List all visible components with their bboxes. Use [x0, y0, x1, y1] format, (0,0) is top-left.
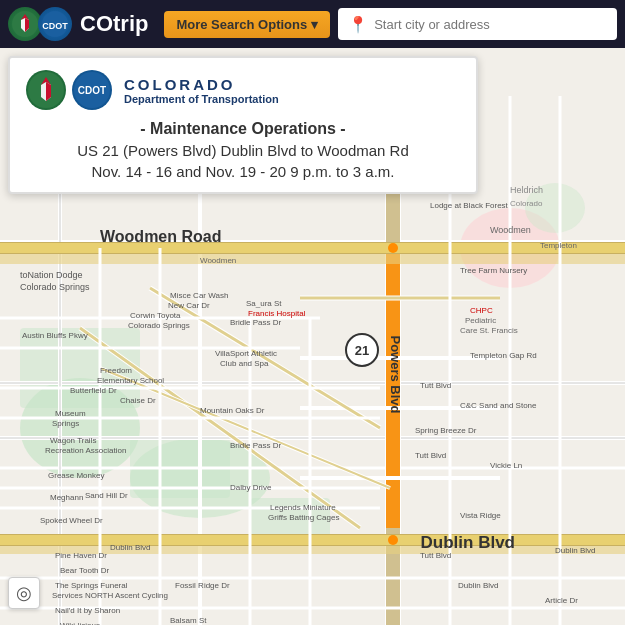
svg-text:Dublin Blvd: Dublin Blvd — [458, 581, 498, 590]
svg-text:Lodge at Black Forest: Lodge at Black Forest — [430, 201, 509, 210]
logo-area: CDOT COtrip — [8, 7, 148, 41]
svg-text:Grease Monkey: Grease Monkey — [48, 471, 104, 480]
svg-text:Misce Car Wash: Misce Car Wash — [170, 291, 228, 300]
svg-text:Wagon Trails: Wagon Trails — [50, 436, 96, 445]
svg-text:Austin Bluffs Pkwy: Austin Bluffs Pkwy — [22, 331, 88, 340]
cdot-text: COLORADO Department of Transportation — [124, 76, 279, 105]
svg-text:Tutt Blvd: Tutt Blvd — [420, 381, 451, 390]
svg-text:VillaSport Athletic: VillaSport Athletic — [215, 349, 277, 358]
svg-text:Vickie Ln: Vickie Ln — [490, 461, 522, 470]
dublin-blvd-label: Dublin Blvd — [421, 533, 515, 553]
maintenance-road: US 21 (Powers Blvd) Dublin Blvd to Woodm… — [26, 142, 460, 159]
svg-text:CDOT: CDOT — [78, 85, 106, 96]
svg-text:Recreation Association: Recreation Association — [45, 446, 126, 455]
svg-text:toNation Dodge: toNation Dodge — [20, 270, 83, 280]
svg-text:Spoked Wheel Dr: Spoked Wheel Dr — [40, 516, 103, 525]
search-options-button[interactable]: More Search Options ▾ — [164, 11, 330, 38]
dropdown-arrow-icon: ▾ — [311, 17, 318, 32]
svg-text:Bridle Pass Dr: Bridle Pass Dr — [230, 318, 281, 327]
svg-text:Templeton: Templeton — [540, 241, 577, 250]
svg-text:C&C Sand and Stone: C&C Sand and Stone — [460, 401, 537, 410]
svg-text:Vista Ridge: Vista Ridge — [460, 511, 501, 520]
info-panel-header: CDOT COLORADO Department of Transportati… — [26, 70, 460, 110]
svg-text:CDOT: CDOT — [42, 21, 68, 31]
svg-text:Spring Breeze Dr: Spring Breeze Dr — [415, 426, 477, 435]
highway-number: 21 — [355, 343, 369, 358]
svg-text:Griffs Batting Cages: Griffs Batting Cages — [268, 513, 339, 522]
svg-text:Templeton Gap Rd: Templeton Gap Rd — [470, 351, 537, 360]
svg-text:Butterfield Dr: Butterfield Dr — [70, 386, 117, 395]
location-pin-icon: 📍 — [348, 15, 368, 34]
map-container: Woodmen Woodmen toNation Dodge Colorado … — [0, 48, 625, 625]
svg-point-118 — [388, 243, 398, 253]
svg-text:Legends Miniature: Legends Miniature — [270, 503, 336, 512]
svg-text:Mountain Oaks Dr: Mountain Oaks Dr — [200, 406, 265, 415]
svg-text:Services NORTH Ascent Cycling: Services NORTH Ascent Cycling — [52, 591, 168, 600]
locate-icon: ◎ — [16, 582, 32, 604]
svg-text:Bear Tooth Dr: Bear Tooth Dr — [60, 566, 110, 575]
svg-text:Colorado Springs: Colorado Springs — [128, 321, 190, 330]
maintenance-title: - Maintenance Operations - — [26, 120, 460, 138]
app-header: CDOT COtrip More Search Options ▾ 📍 ▶ Dr… — [0, 0, 625, 48]
svg-text:Nail'd It by Sharon: Nail'd It by Sharon — [55, 606, 120, 615]
cdot-logo: CDOT — [26, 70, 112, 110]
cdot-subtitle: Department of Transportation — [124, 93, 279, 105]
info-panel: CDOT COLORADO Department of Transportati… — [8, 56, 478, 194]
svg-text:The Springs Funeral: The Springs Funeral — [55, 581, 128, 590]
svg-text:Woodmen: Woodmen — [200, 256, 236, 265]
svg-text:Corwin Toyota: Corwin Toyota — [130, 311, 181, 320]
cdot-logo-green — [26, 70, 66, 110]
info-panel-body: - Maintenance Operations - US 21 (Powers… — [26, 120, 460, 180]
svg-text:Sa_ura St: Sa_ura St — [246, 299, 282, 308]
svg-text:Tutt Blvd: Tutt Blvd — [415, 451, 446, 460]
svg-text:Colorado: Colorado — [510, 199, 543, 208]
logo-circle-green — [8, 7, 42, 41]
maintenance-dates: Nov. 14 - 16 and Nov. 19 - 20 9 p.m. to … — [26, 163, 460, 180]
svg-text:Springs: Springs — [52, 419, 79, 428]
site-title: COtrip — [80, 11, 148, 37]
locate-button[interactable]: ◎ — [8, 577, 40, 609]
svg-text:Woodmen: Woodmen — [490, 225, 531, 235]
svg-point-119 — [388, 535, 398, 545]
svg-text:Article Dr: Article Dr — [545, 596, 578, 605]
svg-text:Care St. Francis: Care St. Francis — [460, 326, 518, 335]
svg-text:Bridle Pass Dr: Bridle Pass Dr — [230, 441, 281, 450]
svg-text:Francis Hospital: Francis Hospital — [248, 309, 306, 318]
cdot-name: COLORADO — [124, 76, 279, 93]
svg-text:Dublin Blvd: Dublin Blvd — [110, 543, 150, 552]
drive-button[interactable]: ▶ Driv... — [574, 8, 617, 22]
svg-text:Wiki-licious: Wiki-licious — [60, 621, 100, 625]
svg-text:Heldrich: Heldrich — [510, 185, 543, 195]
svg-text:Sand Hill Dr: Sand Hill Dr — [85, 491, 128, 500]
svg-text:Museum: Museum — [55, 409, 86, 418]
svg-text:Colorado Springs: Colorado Springs — [20, 282, 90, 292]
svg-text:Elementary School: Elementary School — [97, 376, 164, 385]
svg-text:Club and Spa: Club and Spa — [220, 359, 269, 368]
svg-text:New Car Dr: New Car Dr — [168, 301, 210, 310]
cdot-logo-blue: CDOT — [72, 70, 112, 110]
powers-blvd-label: Powers Blvd — [388, 336, 403, 416]
svg-text:Tree Farm Nursery: Tree Farm Nursery — [460, 266, 527, 275]
svg-text:Dublin Blvd: Dublin Blvd — [555, 546, 595, 555]
svg-text:Pine Haven Dr: Pine Haven Dr — [55, 551, 107, 560]
svg-text:CHPC: CHPC — [470, 306, 493, 315]
search-options-label: More Search Options — [176, 17, 307, 32]
logo-circle-blue: CDOT — [38, 7, 72, 41]
svg-text:Meghann: Meghann — [50, 493, 83, 502]
search-input[interactable] — [374, 17, 607, 32]
svg-text:Chaise Dr: Chaise Dr — [120, 396, 156, 405]
svg-text:Dalby Drive: Dalby Drive — [230, 483, 272, 492]
svg-text:Balsam St: Balsam St — [170, 616, 207, 625]
highway-shield: 21 — [345, 333, 379, 367]
svg-text:Freedom: Freedom — [100, 366, 132, 375]
svg-text:Fossil Ridge Dr: Fossil Ridge Dr — [175, 581, 230, 590]
svg-text:Pediatric: Pediatric — [465, 316, 496, 325]
